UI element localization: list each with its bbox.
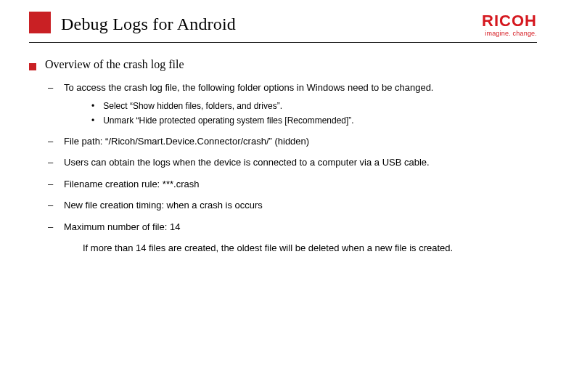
dash-bullet-icon: – bbox=[48, 81, 52, 95]
dot-bullet-icon: • bbox=[91, 99, 94, 113]
list-item: – Maximum number of file: 14 bbox=[48, 220, 537, 234]
sub-list-item: • Unmark “Hide protected operating syste… bbox=[91, 114, 537, 127]
overview-heading: Overview of the crash log file bbox=[29, 56, 537, 73]
title-row: Debug Logs for Android bbox=[29, 13, 537, 35]
overview-label: Overview of the crash log file bbox=[45, 56, 184, 73]
footnote: If more than 14 files are created, the o… bbox=[83, 241, 537, 256]
list-item: – File path: “/Ricoh/Smart.Device.Connec… bbox=[48, 134, 537, 149]
sub-list: • Select “Show hidden files, folders, an… bbox=[91, 99, 537, 127]
list-item-text: Users can obtain the logs when the devic… bbox=[64, 155, 537, 170]
slide: RICOH imagine. change. Debug Logs for An… bbox=[0, 0, 566, 392]
dot-bullet-icon: • bbox=[91, 114, 94, 127]
sub-list-item-text: Select “Show hidden files, folders, and … bbox=[103, 99, 537, 113]
title-square-icon bbox=[29, 12, 51, 33]
list-item-text: File path: “/Ricoh/Smart.Device.Connecto… bbox=[64, 134, 537, 149]
dash-bullet-icon: – bbox=[48, 220, 52, 234]
overview-list: – To access the crash log file, the foll… bbox=[48, 81, 537, 256]
list-item-text: To access the crash log file, the follow… bbox=[64, 81, 537, 95]
dash-bullet-icon: – bbox=[48, 198, 52, 213]
dash-bullet-icon: – bbox=[48, 177, 52, 192]
page-title: Debug Logs for Android bbox=[61, 15, 236, 34]
body: Overview of the crash log file – To acce… bbox=[0, 43, 566, 256]
sub-list-item: • Select “Show hidden files, folders, an… bbox=[91, 99, 537, 113]
list-item: – Filename creation rule: ***.crash bbox=[48, 177, 537, 192]
dash-bullet-icon: – bbox=[48, 134, 52, 149]
square-bullet-icon bbox=[29, 63, 36, 70]
header: Debug Logs for Android bbox=[0, 0, 566, 35]
list-item: – New file creation timing: when a crash… bbox=[48, 198, 537, 213]
list-item: – To access the crash log file, the foll… bbox=[48, 81, 537, 95]
list-item: – Users can obtain the logs when the dev… bbox=[48, 155, 537, 170]
list-item-text: New file creation timing: when a crash i… bbox=[64, 198, 537, 213]
dash-bullet-icon: – bbox=[48, 155, 52, 170]
list-item-text: Filename creation rule: ***.crash bbox=[64, 177, 537, 192]
list-item-text: Maximum number of file: 14 bbox=[64, 220, 537, 234]
sub-list-item-text: Unmark “Hide protected operating system … bbox=[103, 114, 537, 127]
